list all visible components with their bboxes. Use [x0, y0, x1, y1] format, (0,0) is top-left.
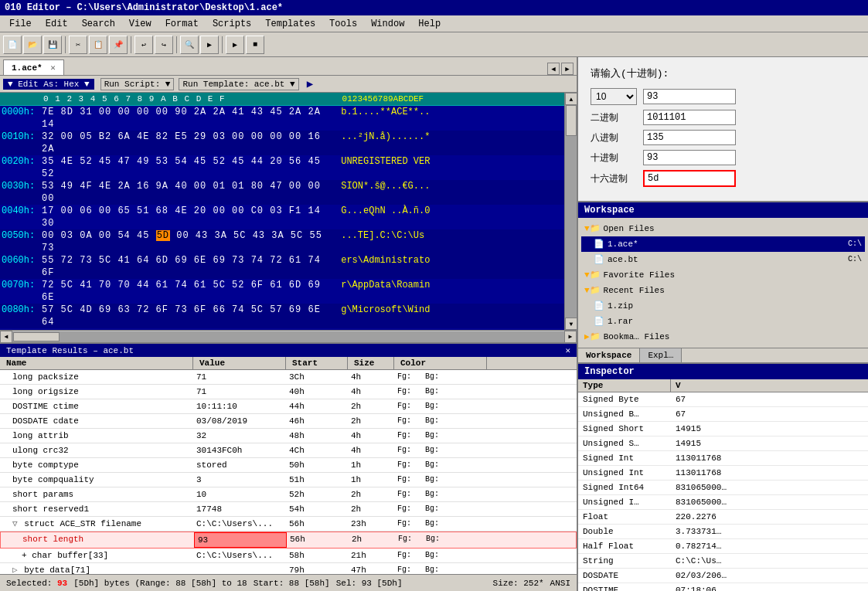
tab-ace[interactable]: 1.ace* ✕	[3, 59, 64, 75]
paste-button[interactable]: 📌	[109, 36, 128, 54]
cut-button[interactable]: ✂	[69, 36, 87, 54]
hex-bytes[interactable]: 7E 8D 31 00 00 00 00 90 2A 2A 41 43 45 2…	[42, 106, 335, 131]
tab-nav-right[interactable]: ▶	[561, 63, 574, 75]
hex-bytes[interactable]: 35 4E 52 45 47 49 53 54 45 52 45 44 20 5…	[42, 155, 335, 180]
menu-edit[interactable]: Edit	[39, 17, 74, 31]
converter-base-select[interactable]: 10 2 8 16	[591, 88, 637, 105]
run-button[interactable]: ▶	[226, 36, 244, 54]
horiz-scroll-track[interactable]	[12, 331, 564, 342]
list-item[interactable]: short params 10 52h 2h Fg: Bg:	[0, 487, 577, 502]
decimal-input[interactable]	[643, 150, 736, 165]
list-item[interactable]: byte comptype stored 50h 1h Fg: Bg:	[0, 458, 577, 473]
redo-button[interactable]: ↪	[155, 36, 173, 54]
new-button[interactable]: 📄	[3, 36, 22, 54]
inspector-body[interactable]: Signed Byte67 Unsigned B…67 Signed Short…	[578, 392, 868, 591]
template-close-button[interactable]: ✕	[565, 345, 570, 355]
workspace-tree[interactable]: ▼📁 Open Files 📄 1.ace* C:\ 📄 ace.bt C:\ …	[578, 218, 868, 348]
tab-explorer[interactable]: Expl…	[640, 348, 682, 362]
list-item[interactable]: byte compquality 3 51h 1h Fg: Bg:	[0, 473, 577, 487]
hex-input[interactable]	[643, 170, 736, 187]
horiz-scroll-thumb[interactable]	[13, 332, 60, 341]
list-item[interactable]: ▽ struct ACE_STR filename C:\C:\Users\..…	[0, 517, 577, 532]
undo-button[interactable]: ↩	[134, 36, 153, 54]
menu-format[interactable]: Format	[159, 17, 205, 31]
scroll-down-button[interactable]: ▼	[565, 318, 577, 330]
tr-size: 2h	[348, 414, 394, 428]
scroll-track[interactable]	[565, 105, 577, 318]
ws-item-ace[interactable]: 📄 1.ace* C:\	[581, 236, 865, 252]
inspector-col-type: Type	[578, 379, 671, 392]
ws-item-ace-bt[interactable]: 📄 ace.bt C:\	[581, 252, 865, 267]
file-icon: 📄	[594, 253, 604, 267]
menu-window[interactable]: Window	[365, 17, 410, 31]
menu-search[interactable]: Search	[76, 17, 121, 31]
tr-start: 48h	[286, 429, 348, 443]
tr-color: Fg: Bg:	[394, 473, 487, 487]
run-template-dropdown[interactable]: Run Template: ace.bt ▼	[179, 78, 298, 90]
template-body[interactable]: long packsize 71 3Ch 4h Fg: Bg: long ori…	[0, 370, 577, 574]
run-script-dropdown[interactable]: Run Script: ▼	[100, 78, 175, 90]
ws-item-favorites[interactable]: ▼📁 Favorite Files	[581, 267, 865, 283]
hex-content-area[interactable]: 0 1 2 3 4 5 6 7 8 9 A B C D E F 01234567…	[0, 93, 564, 330]
menu-templates[interactable]: Templates	[259, 17, 322, 31]
scroll-up-button[interactable]: ▲	[565, 93, 577, 105]
list-item: Unsigned I…831065000…	[578, 495, 868, 510]
list-item[interactable]: long packsize 71 3Ch 4h Fg: Bg:	[0, 370, 577, 385]
list-item[interactable]: short reserved1 17748 54h 2h Fg: Bg:	[0, 502, 577, 517]
scroll-left-button[interactable]: ◀	[0, 331, 12, 343]
list-item[interactable]: ulong crc32 30143FC0h 4Ch 4h Fg: Bg:	[0, 443, 577, 458]
run-template-button[interactable]: ▶	[307, 77, 313, 90]
stop-button[interactable]: ■	[246, 36, 264, 54]
tab-close-icon[interactable]: ✕	[50, 63, 56, 73]
ws-item-zip[interactable]: 📄 1.zip	[581, 298, 865, 314]
ws-item-rar[interactable]: 📄 1.rar	[581, 314, 865, 329]
tab-nav-left[interactable]: ◀	[547, 63, 560, 75]
ws-item-recent[interactable]: ▼📁 Recent Files	[581, 283, 865, 298]
octal-input[interactable]	[643, 130, 736, 145]
list-item[interactable]: long origsize 71 40h 4h Fg: Bg:	[0, 385, 577, 399]
table-row: 0000h: 7E 8D 31 00 00 00 00 90 2A 2A 41 …	[0, 106, 564, 131]
hex-bytes[interactable]: 00 03 0A 00 54 45 5D 00 43 3A 5C 43 3A 5…	[42, 229, 335, 254]
ws-item-open-files[interactable]: ▼📁 Open Files	[581, 221, 865, 236]
list-item[interactable]: DOSDATE cdate 03/08/2019 46h 2h Fg: Bg:	[0, 414, 577, 429]
ws-item-bookmarks[interactable]: ▶📁 Bookma… Files	[581, 329, 865, 345]
menu-file[interactable]: File	[3, 17, 38, 31]
hex-bytes[interactable]: 17 00 06 00 65 51 68 4E 20 00 00 C0 03 F…	[42, 205, 335, 229]
tr-start: 3Ch	[286, 370, 348, 384]
list-item[interactable]: ▷ byte data[71] 79h 47h Fg: Bg:	[0, 563, 577, 574]
tr-size: 1h	[348, 458, 394, 472]
hex-header-bytes: 0 1 2 3 4 5 6 7 8 9 A B C D E F	[43, 94, 337, 104]
find-next-button[interactable]: ▶	[200, 36, 219, 54]
list-item[interactable]: + char buffer[33] C:\C:\Users\... 58h 21…	[0, 549, 577, 563]
hex-addr: 0060h:	[2, 254, 42, 279]
tab-workspace[interactable]: Workspace	[578, 348, 640, 362]
hex-scrollbar[interactable]: ▲ ▼	[564, 93, 577, 330]
scroll-right-button[interactable]: ▶	[564, 331, 577, 343]
list-item[interactable]: short length 93 56h 2h Fg: Bg:	[0, 532, 577, 549]
copy-button[interactable]: 📋	[89, 36, 107, 54]
tr-size: 4h	[348, 370, 394, 384]
menu-view[interactable]: View	[123, 17, 158, 31]
scroll-thumb[interactable]	[566, 105, 577, 136]
menu-help[interactable]: Help	[412, 17, 447, 31]
tr-start: 56h	[287, 532, 349, 548]
binary-input[interactable]	[643, 110, 736, 125]
save-button[interactable]: 💾	[43, 36, 62, 54]
hex-bytes[interactable]: 57 5C 4D 69 63 72 6F 73 6F 66 74 5C 57 6…	[42, 304, 335, 328]
horiz-scrollbar[interactable]: ◀ ▶	[0, 330, 577, 342]
hex-addr: 0020h:	[2, 155, 42, 180]
converter-input[interactable]	[643, 89, 736, 104]
menu-scripts[interactable]: Scripts	[206, 17, 257, 31]
list-item[interactable]: long attrib 32 48h 4h Fg: Bg:	[0, 429, 577, 443]
hex-bytes[interactable]: 32 00 05 B2 6A 4E 82 E5 29 03 00 00 00 0…	[42, 131, 335, 155]
tr-value: 32	[193, 429, 286, 443]
list-item[interactable]: DOSTIME ctime 10:11:10 44h 2h Fg: Bg:	[0, 399, 577, 414]
hex-bytes[interactable]: 55 72 73 5C 41 64 6D 69 6E 69 73 74 72 6…	[42, 254, 335, 279]
tr-start: 54h	[286, 502, 348, 516]
open-button[interactable]: 📂	[23, 36, 42, 54]
hex-bytes[interactable]: 72 5C 41 70 70 44 61 74 61 5C 52 6F 61 6…	[42, 279, 335, 304]
search-button[interactable]: 🔍	[180, 36, 199, 54]
ir-type: String	[578, 554, 671, 568]
hex-bytes[interactable]: 53 49 4F 4E 2A 16 9A 40 00 01 01 80 47 0…	[42, 180, 335, 205]
menu-tools[interactable]: Tools	[323, 17, 363, 31]
